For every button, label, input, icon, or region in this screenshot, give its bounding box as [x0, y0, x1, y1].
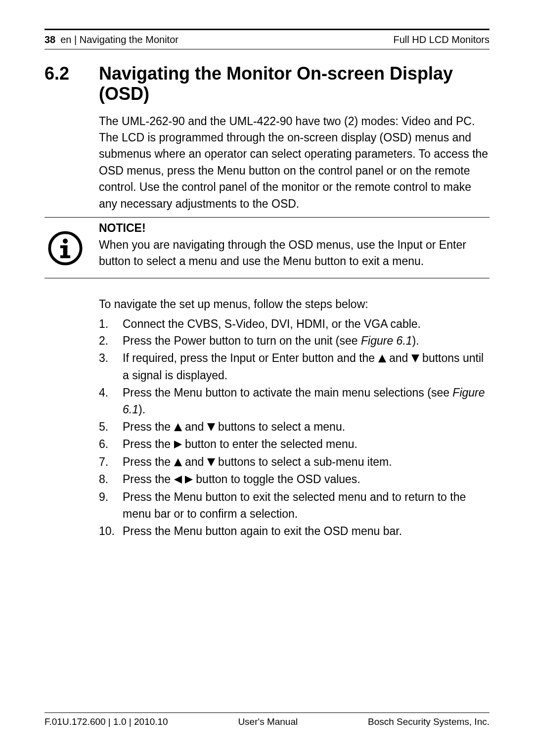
step-item: 6. Press the button to enter the selecte…: [99, 436, 490, 453]
step-number: 3.: [99, 350, 123, 367]
step-item: 9. Press the Menu button to exit the sel…: [99, 489, 490, 523]
step-item: 10. Press the Menu button again to exit …: [99, 523, 490, 540]
svg-rect-3: [60, 245, 67, 248]
step-number: 9.: [99, 489, 123, 506]
step-text: If required, press the Input or Enter bu…: [123, 350, 490, 384]
page-number: 38: [44, 33, 55, 46]
section-heading: 6.2 Navigating the Monitor On-screen Dis…: [44, 63, 490, 104]
notice-heading: NOTICE!: [99, 222, 490, 235]
step-text: Connect the CVBS, S-Video, DVI, HDMI, or…: [123, 315, 490, 333]
svg-point-1: [63, 238, 68, 243]
svg-marker-11: [207, 458, 215, 466]
triangle-right-icon: [174, 436, 182, 453]
steps-intro: To navigate the set up menus, follow the…: [99, 296, 490, 312]
step-number: 1.: [99, 315, 123, 333]
step-item: 8. Press the button to toggle the OSD va…: [99, 471, 490, 489]
footer-doc-id: F.01U.172.600 | 1.0 | 2010.10: [44, 716, 168, 728]
steps-list: 1. Connect the CVBS, S-Video, DVI, HDMI,…: [99, 315, 490, 540]
footer-rule: [44, 712, 490, 713]
svg-marker-13: [185, 476, 193, 484]
intro-paragraph: The UML-262-90 and the UML-422-90 have t…: [99, 113, 490, 212]
notice-body: When you are navigating through the OSD …: [99, 237, 490, 270]
step-number: 2.: [99, 332, 123, 350]
page-header: 38 en | Navigating the Monitor Full HD L…: [44, 33, 490, 46]
svg-marker-5: [378, 355, 386, 362]
step-item: 4. Press the Menu button to activate the…: [99, 384, 490, 418]
triangle-up-icon: [378, 350, 386, 367]
page-footer: F.01U.172.600 | 1.0 | 2010.10 User's Man…: [44, 716, 490, 728]
svg-rect-4: [60, 255, 70, 258]
step-number: 4.: [99, 384, 123, 401]
svg-marker-8: [207, 423, 215, 431]
figure-reference: Figure 6.1: [123, 386, 485, 416]
step-text: Press the button to enter the selected m…: [123, 436, 490, 453]
triangle-down-icon: [207, 419, 215, 436]
step-number: 10.: [99, 523, 123, 540]
breadcrumb: en | Navigating the Monitor: [60, 33, 178, 46]
info-icon: [47, 230, 83, 268]
footer-center: User's Manual: [238, 716, 298, 728]
step-item: 7. Press the and buttons to select a sub…: [99, 453, 490, 471]
footer-company: Bosch Security Systems, Inc.: [368, 716, 490, 728]
step-text: Press the and buttons to select a sub-me…: [123, 453, 490, 471]
step-text: Press the and buttons to select a menu.: [123, 418, 490, 436]
step-text: Press the Power button to turn on the un…: [123, 332, 490, 350]
triangle-down-icon: [207, 454, 215, 471]
triangle-up-icon: [174, 454, 182, 471]
step-number: 6.: [99, 436, 123, 453]
section-title: Navigating the Monitor On-screen Display…: [99, 63, 490, 104]
header-rule-bottom: [44, 49, 490, 49]
step-number: 8.: [99, 471, 123, 488]
product-name: Full HD LCD Monitors: [394, 33, 490, 46]
svg-marker-10: [174, 458, 182, 466]
svg-marker-7: [174, 423, 182, 431]
step-number: 5.: [99, 418, 123, 436]
section-number: 6.2: [44, 63, 99, 84]
step-text: Press the Menu button to activate the ma…: [123, 384, 490, 418]
svg-marker-9: [174, 441, 182, 448]
step-item: 5. Press the and buttons to select a men…: [99, 418, 490, 436]
step-text: Press the button to toggle the OSD value…: [123, 471, 490, 489]
triangle-up-icon: [174, 419, 182, 436]
figure-reference: Figure 6.1: [361, 334, 412, 347]
notice-block: NOTICE! When you are navigating through …: [44, 217, 490, 278]
triangle-left-icon: [174, 471, 182, 489]
svg-marker-12: [174, 476, 182, 484]
step-item: 1. Connect the CVBS, S-Video, DVI, HDMI,…: [99, 315, 490, 333]
step-text: Press the Menu button again to exit the …: [123, 523, 490, 540]
content-area: 6.2 Navigating the Monitor On-screen Dis…: [44, 63, 490, 712]
triangle-right-icon: [185, 471, 193, 489]
step-item: 2. Press the Power button to turn on the…: [99, 332, 490, 350]
triangle-down-icon: [411, 350, 419, 367]
header-rule-top: [44, 29, 490, 30]
notice-rule-bottom: [44, 278, 490, 278]
step-text: Press the Menu button to exit the select…: [123, 489, 490, 523]
step-number: 7.: [99, 453, 123, 471]
step-item: 3. If required, press the Input or Enter…: [99, 350, 490, 384]
svg-marker-6: [411, 355, 419, 362]
